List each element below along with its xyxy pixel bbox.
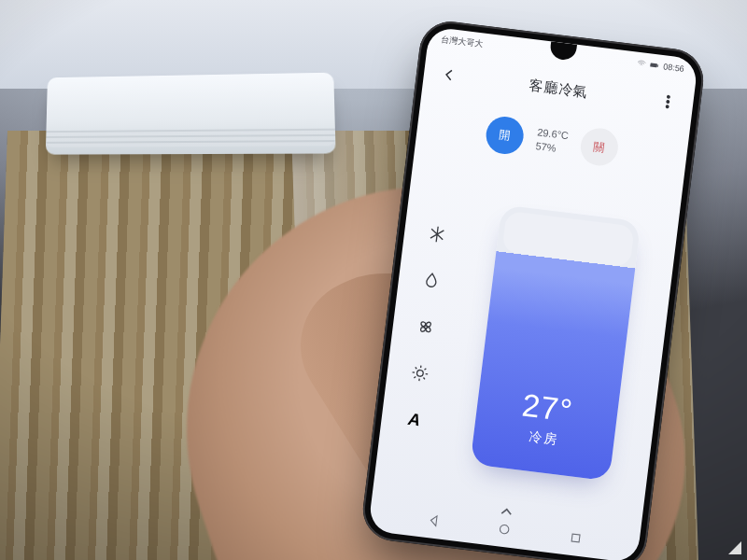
mode-heat[interactable]	[406, 359, 433, 386]
droplet-icon	[421, 270, 442, 290]
svg-point-4	[666, 105, 669, 108]
readings: 29.6°C 57%	[535, 125, 570, 157]
power-on-label: 開	[499, 127, 512, 144]
nav-home[interactable]	[496, 521, 513, 541]
status-icons: 08:56	[637, 59, 684, 74]
more-button[interactable]	[655, 89, 682, 116]
mode-cool[interactable]	[424, 220, 451, 247]
battery-icon	[650, 60, 660, 70]
svg-point-6	[416, 370, 423, 376]
nav-recent[interactable]	[567, 530, 584, 551]
svg-point-3	[667, 101, 669, 104]
card-cap	[501, 211, 634, 267]
square-recent-icon	[567, 530, 584, 547]
mode-fan[interactable]	[412, 314, 439, 341]
nav-back[interactable]	[425, 512, 442, 533]
snowflake-icon	[427, 224, 447, 245]
svg-point-7	[500, 525, 509, 534]
arrow-left-icon	[440, 65, 458, 84]
fan-icon	[416, 316, 436, 337]
carrier-label: 台灣大哥大	[441, 34, 484, 50]
setpoint-mode: 冷房	[528, 428, 559, 449]
more-vert-icon	[658, 92, 677, 111]
svg-rect-0	[651, 63, 658, 67]
page-title: 客廳冷氣	[528, 76, 589, 101]
watermark-corner	[728, 541, 741, 554]
mode-auto[interactable]: A	[401, 406, 428, 433]
sun-icon	[410, 363, 430, 384]
wifi-icon	[637, 59, 647, 69]
auto-icon: A	[407, 409, 421, 429]
triangle-back-icon	[425, 512, 442, 529]
svg-rect-1	[658, 64, 659, 67]
svg-point-2	[668, 95, 670, 98]
svg-rect-8	[571, 534, 580, 542]
temperature-card[interactable]: 27° 冷房	[470, 204, 641, 481]
clock: 08:56	[663, 62, 685, 74]
back-button[interactable]	[436, 62, 463, 89]
circle-home-icon	[496, 521, 513, 538]
power-off-pill[interactable]: 關	[578, 126, 620, 168]
mode-dry[interactable]	[418, 267, 445, 294]
main-area: A 27° 冷房	[374, 165, 682, 513]
power-off-label: 關	[593, 138, 606, 155]
wall-ac-unit	[46, 73, 336, 155]
setpoint-value: 27°	[520, 387, 575, 429]
phone-screen: 台灣大哥大 08:56 客廳冷氣 開 29.6°C 57%	[368, 26, 698, 560]
power-on-pill[interactable]: 開	[484, 115, 526, 157]
